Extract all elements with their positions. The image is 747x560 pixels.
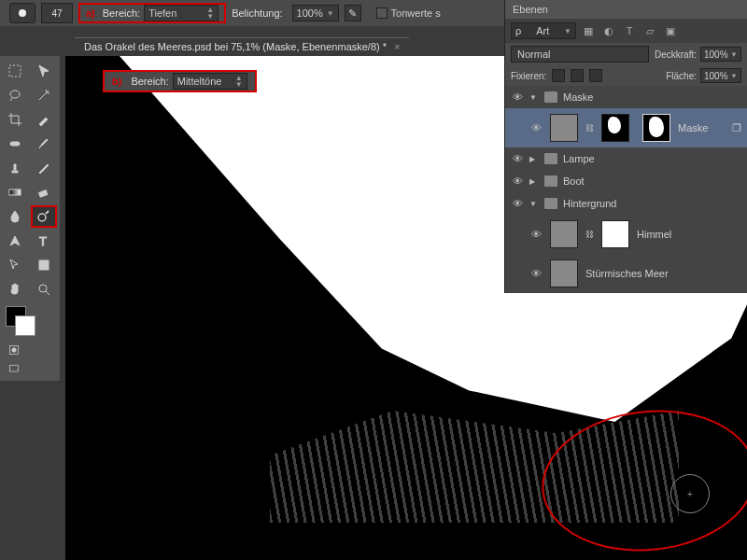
link-icon: ⛓ bbox=[585, 123, 594, 133]
stamp-tool-icon[interactable] bbox=[2, 157, 28, 179]
layer-himmel[interactable]: 👁 ⛓ Himmel bbox=[505, 215, 747, 254]
disclosure-icon[interactable]: ▶ bbox=[529, 155, 539, 163]
layer-group-hintergrund[interactable]: 👁 ▼ Hintergrund bbox=[505, 192, 747, 215]
screenmode-row bbox=[2, 360, 58, 377]
folder-icon bbox=[544, 91, 557, 103]
filter-adjust-icon[interactable]: ◐ bbox=[600, 22, 617, 39]
svg-point-10 bbox=[12, 348, 17, 353]
brush-preview-icon[interactable] bbox=[9, 3, 35, 23]
dodge-tool-icon[interactable] bbox=[31, 205, 57, 228]
visibility-icon[interactable]: 👁 bbox=[511, 175, 524, 188]
disclosure-icon[interactable]: ▼ bbox=[529, 200, 539, 208]
svg-rect-3 bbox=[9, 189, 21, 195]
layer-group-lampe[interactable]: 👁 ▶ Lampe bbox=[505, 147, 747, 170]
visibility-icon[interactable]: 👁 bbox=[511, 152, 524, 165]
wand-tool-icon[interactable] bbox=[31, 84, 57, 106]
layer-thumb[interactable] bbox=[550, 259, 578, 287]
layer-group-boot[interactable]: 👁 ▶ Boot bbox=[505, 170, 747, 192]
visibility-icon[interactable]: 👁 bbox=[511, 91, 524, 104]
filter-smart-icon[interactable]: ▣ bbox=[662, 22, 679, 39]
layer-thumb[interactable] bbox=[550, 220, 578, 248]
marquee-tool-icon[interactable] bbox=[2, 60, 28, 82]
visibility-icon[interactable]: 👁 bbox=[529, 121, 543, 134]
pen-tool-icon[interactable] bbox=[2, 230, 28, 252]
annotation-a: a) Bereich: Tiefen▲▼ bbox=[78, 3, 226, 23]
link-icon: ⛓ bbox=[585, 230, 594, 239]
mask-thumb[interactable] bbox=[601, 114, 629, 142]
folder-icon bbox=[544, 175, 557, 187]
filter-pixel-icon[interactable]: ▦ bbox=[580, 22, 597, 39]
svg-rect-2 bbox=[10, 142, 20, 146]
toolbox: T bbox=[0, 56, 60, 381]
brush-size-box[interactable]: 47 bbox=[41, 3, 73, 23]
airbrush-icon[interactable]: ✎ bbox=[345, 5, 361, 21]
path-select-icon[interactable] bbox=[2, 254, 28, 276]
heal-tool-icon[interactable] bbox=[2, 133, 28, 155]
tonwerte-check[interactable]: Tonwerte s bbox=[376, 7, 441, 19]
quickmask-row bbox=[2, 342, 58, 358]
svg-rect-11 bbox=[10, 365, 19, 371]
svg-rect-0 bbox=[9, 65, 21, 77]
history-brush-icon[interactable] bbox=[31, 157, 57, 179]
layer-thumb[interactable] bbox=[550, 114, 578, 142]
folder-icon bbox=[544, 153, 557, 164]
svg-point-5 bbox=[38, 214, 46, 221]
svg-rect-7 bbox=[39, 260, 49, 270]
layer-group-maske[interactable]: 👁 ▼ Maske bbox=[505, 86, 747, 108]
filter-kind-dropdown[interactable]: ρArt▼ bbox=[511, 22, 576, 39]
blur-tool-icon[interactable] bbox=[2, 205, 28, 228]
eraser-tool-icon[interactable] bbox=[31, 181, 57, 203]
svg-text:T: T bbox=[39, 234, 47, 248]
annotation-b-label: b) bbox=[112, 76, 121, 87]
lock-all-icon[interactable] bbox=[589, 69, 602, 82]
exposure-label: Belichtung: bbox=[232, 7, 282, 19]
document-tab-bar: Das Orakel des Meeres.psd bei 75,1% (Mas… bbox=[75, 35, 409, 56]
lock-pixels-icon[interactable] bbox=[552, 69, 565, 82]
document-tab[interactable]: Das Orakel des Meeres.psd bei 75,1% (Mas… bbox=[75, 37, 409, 55]
mask-large-thumb[interactable] bbox=[642, 114, 670, 142]
zoom-tool-icon[interactable] bbox=[31, 278, 57, 301]
type-tool-icon[interactable]: T bbox=[31, 230, 57, 252]
crop-tool-icon[interactable] bbox=[2, 108, 28, 131]
lock-position-icon[interactable] bbox=[571, 69, 584, 82]
layer-maske[interactable]: 👁 ⛓ Maske ❐ bbox=[505, 108, 747, 147]
color-swatches[interactable] bbox=[2, 306, 58, 340]
background-swatch[interactable] bbox=[15, 315, 35, 336]
copy-icon[interactable]: ❐ bbox=[732, 122, 741, 134]
checkbox-icon bbox=[376, 7, 388, 19]
exposure-input[interactable]: 100%▼ bbox=[292, 5, 339, 21]
close-icon[interactable]: × bbox=[394, 41, 400, 52]
annotation-b: b) Bereich: Mitteltöne▲▼ bbox=[103, 70, 257, 92]
layers-panel: Ebenen ρArt▼ ▦ ◐ T ▱ ▣ Normal Deckkraft:… bbox=[504, 0, 747, 293]
range-label-b: Bereich: bbox=[131, 76, 168, 87]
hand-tool-icon[interactable] bbox=[2, 278, 28, 301]
visibility-icon[interactable]: 👁 bbox=[529, 228, 543, 241]
quickmask-icon[interactable] bbox=[7, 343, 21, 357]
svg-rect-4 bbox=[39, 190, 48, 197]
filter-shape-icon[interactable]: ▱ bbox=[641, 22, 658, 39]
gradient-tool-icon[interactable] bbox=[2, 181, 28, 203]
shape-tool-icon[interactable] bbox=[31, 254, 57, 276]
fill-field[interactable]: Fläche: 100%▼ bbox=[666, 68, 741, 83]
layers-list: 👁 ▼ Maske 👁 ⛓ Maske ❐ 👁 ▶ Lampe 👁 ▶ Boot bbox=[505, 86, 747, 293]
visibility-icon[interactable]: 👁 bbox=[511, 197, 524, 210]
filter-type-icon[interactable]: T bbox=[621, 22, 638, 39]
screenmode-icon[interactable] bbox=[7, 362, 21, 375]
panel-tab-layers[interactable]: Ebenen bbox=[505, 0, 747, 19]
disclosure-icon[interactable]: ▼ bbox=[529, 93, 539, 102]
eyedropper-tool-icon[interactable] bbox=[31, 108, 57, 131]
blend-mode-dropdown[interactable]: Normal bbox=[511, 46, 649, 63]
brush-tool-icon[interactable] bbox=[31, 133, 57, 155]
layer-meer[interactable]: 👁 Stürmisches Meer bbox=[505, 254, 747, 293]
move-tool-icon[interactable] bbox=[31, 60, 57, 82]
mask-thumb[interactable] bbox=[601, 220, 629, 248]
blend-row: Normal Deckkraft: 100%▼ bbox=[505, 43, 747, 65]
lasso-tool-icon[interactable] bbox=[2, 84, 28, 106]
visibility-icon[interactable]: 👁 bbox=[529, 267, 543, 280]
range-dropdown-a[interactable]: Tiefen▲▼ bbox=[144, 5, 218, 21]
svg-point-1 bbox=[10, 91, 20, 98]
range-dropdown-b[interactable]: Mitteltöne▲▼ bbox=[173, 73, 247, 90]
opacity-field[interactable]: Deckkraft: 100%▼ bbox=[655, 47, 741, 62]
range-label: Bereich: bbox=[103, 7, 140, 19]
disclosure-icon[interactable]: ▶ bbox=[529, 177, 539, 186]
